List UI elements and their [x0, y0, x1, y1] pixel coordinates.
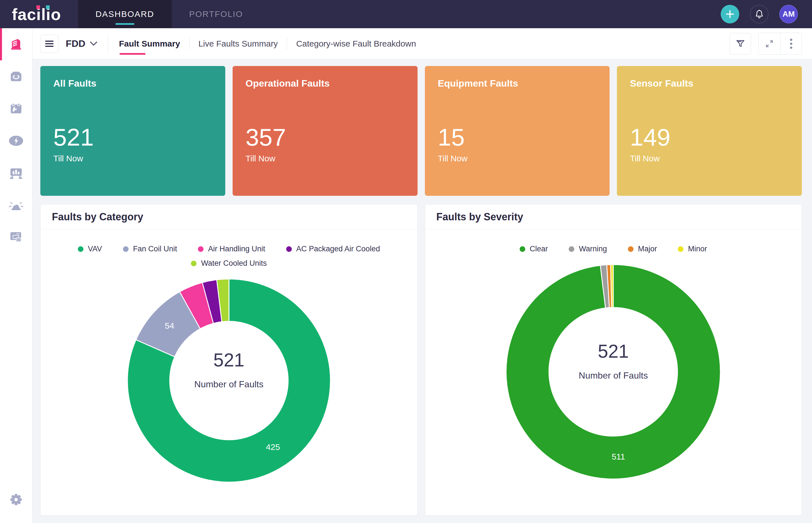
- legend-label: AC Packaged Air Cooled: [296, 245, 380, 253]
- stat-card-value: 521: [53, 125, 212, 149]
- chevron-down-icon: [90, 41, 97, 46]
- severity-chart-legend: ClearWarningMajorMinor: [520, 245, 707, 253]
- legend-item[interactable]: Minor: [678, 245, 707, 253]
- stat-card-subtitle: Till Now: [438, 154, 597, 163]
- legend-dot: [678, 246, 683, 252]
- legend-dot: [628, 246, 634, 252]
- chart-panels-row: Faults by Category VAVFan Coil UnitAir H…: [40, 204, 802, 516]
- kebab-menu-icon: [790, 38, 793, 49]
- legend-item[interactable]: Clear: [520, 245, 548, 253]
- category-donut-chart: 42554 521 Number of Faults: [125, 276, 333, 486]
- user-avatar[interactable]: AM: [779, 5, 798, 23]
- legend-item[interactable]: Fan Coil Unit: [123, 245, 177, 253]
- legend-dot: [520, 246, 525, 252]
- stat-card-operational-faults: Operational Faults 357 Till Now: [232, 66, 418, 196]
- fullscreen-button[interactable]: [759, 33, 780, 54]
- legend-label: Clear: [530, 245, 548, 253]
- legend-dot: [78, 246, 83, 252]
- stat-card-title: All Faults: [53, 78, 212, 89]
- energy-bolt-icon: [9, 135, 23, 147]
- legend-dot: [123, 246, 129, 252]
- notifications-button[interactable]: [750, 5, 769, 23]
- legend-label: VAV: [88, 245, 102, 253]
- dashboard-tabs: Fault Summary Live Faults Summary Catego…: [119, 28, 416, 59]
- stat-card-value: 15: [438, 125, 597, 149]
- legend-item[interactable]: Major: [628, 245, 657, 253]
- sidebar-item-alarms[interactable]: [0, 189, 32, 221]
- legend-label: Major: [638, 245, 657, 253]
- dashboard-folder-label: FDD: [66, 38, 86, 49]
- panel-faults-by-severity: Faults by Severity ClearWarningMajorMino…: [425, 204, 802, 516]
- legend-label: Air Handling Unit: [208, 245, 265, 253]
- stat-card-all-faults: All Faults 521 Till Now: [40, 66, 225, 196]
- sidebar-item-energy[interactable]: [0, 125, 32, 157]
- hamburger-icon: [45, 40, 54, 47]
- tab-fault-summary[interactable]: Fault Summary: [119, 28, 180, 59]
- panel-faults-by-category: Faults by Category VAVFan Coil UnitAir H…: [40, 204, 418, 516]
- legend-item[interactable]: VAV: [78, 245, 102, 253]
- legend-dot: [569, 246, 574, 252]
- settings-gear-icon: [9, 493, 23, 506]
- view-actions-group: [758, 33, 802, 55]
- panel-title: Faults by Severity: [425, 204, 802, 229]
- stat-card-value: 149: [630, 125, 789, 149]
- slice-value-label: 425: [266, 442, 280, 452]
- legend-dot: [191, 261, 196, 266]
- stat-card-subtitle: Till Now: [630, 154, 789, 163]
- legend-item[interactable]: AC Packaged Air Cooled: [286, 245, 380, 253]
- sidebar-item-settings[interactable]: [0, 484, 32, 516]
- alarm-icon: [9, 198, 23, 212]
- sidebar-item-dashboards[interactable]: [0, 157, 32, 189]
- tab-separator: [287, 38, 287, 49]
- dashboard-toolbar: FDD Fault Summary Live Faults Summary Ca…: [33, 28, 812, 59]
- expand-icon: [765, 39, 774, 48]
- filter-icon: [736, 39, 745, 49]
- more-options-button[interactable]: [780, 33, 801, 54]
- severity-donut-chart: 511 521 Number of Faults: [503, 262, 723, 483]
- tab-category-wise-fault-breakdown[interactable]: Category-wise Fault Breakdown: [296, 28, 416, 59]
- facilio-logo[interactable]: facilio: [0, 5, 78, 24]
- slice-value-label: 54: [165, 321, 174, 330]
- panel-title: Faults by Category: [41, 204, 417, 229]
- stat-card-title: Equipment Faults: [438, 78, 597, 89]
- top-navbar: facilio DASHBOARD PORTFOLIO AM: [0, 0, 812, 28]
- legend-label: Warning: [579, 245, 607, 253]
- maintenance-calendar-icon: [9, 102, 23, 116]
- toolbar-divider: [108, 35, 108, 53]
- stat-card-title: Operational Faults: [246, 78, 404, 89]
- bell-icon: [754, 9, 764, 19]
- filter-button[interactable]: [730, 33, 751, 54]
- apps-windows-icon: [9, 231, 23, 244]
- legend-item[interactable]: Warning: [569, 245, 607, 253]
- dashboard-folder-dropdown[interactable]: FDD: [66, 38, 97, 49]
- plus-icon: [725, 10, 735, 19]
- sidebar-item-maintenance[interactable]: [0, 92, 32, 125]
- dashboard-list-button[interactable]: [40, 35, 58, 53]
- legend-label: Fan Coil Unit: [133, 245, 177, 253]
- nav-tab-dashboard[interactable]: DASHBOARD: [78, 0, 172, 28]
- stat-card-equipment-faults: Equipment Faults 15 Till Now: [425, 66, 610, 196]
- legend-item[interactable]: Water Cooled Units: [191, 259, 267, 268]
- legend-label: Minor: [688, 245, 707, 253]
- stat-card-subtitle: Till Now: [246, 154, 404, 163]
- legend-dot: [198, 246, 204, 252]
- legend-label: Water Cooled Units: [201, 259, 267, 268]
- tab-live-faults-summary[interactable]: Live Faults Summary: [199, 28, 278, 59]
- sidebar-item-apps[interactable]: [0, 221, 32, 253]
- slice-value-label: 511: [612, 452, 625, 461]
- stat-card-sensor-faults: Sensor Faults 149 Till Now: [617, 66, 802, 196]
- navbar-actions: AM: [721, 5, 812, 23]
- stat-card-subtitle: Till Now: [53, 154, 212, 163]
- app-sidebar: [0, 28, 33, 523]
- sidebar-item-portfolio-home[interactable]: [0, 28, 32, 60]
- legend-item[interactable]: Air Handling Unit: [198, 245, 265, 253]
- stat-card-value: 357: [246, 125, 404, 149]
- building-icon: [9, 37, 23, 51]
- sidebar-item-inbox[interactable]: [0, 60, 32, 92]
- create-button[interactable]: [721, 5, 739, 23]
- stat-card-title: Sensor Faults: [630, 78, 789, 89]
- nav-tab-portfolio[interactable]: PORTFOLIO: [172, 0, 261, 28]
- stat-cards-row: All Faults 521 Till Now Operational Faul…: [40, 66, 802, 196]
- dashboard-content: All Faults 521 Till Now Operational Faul…: [33, 59, 812, 523]
- inbox-icon: [9, 69, 23, 84]
